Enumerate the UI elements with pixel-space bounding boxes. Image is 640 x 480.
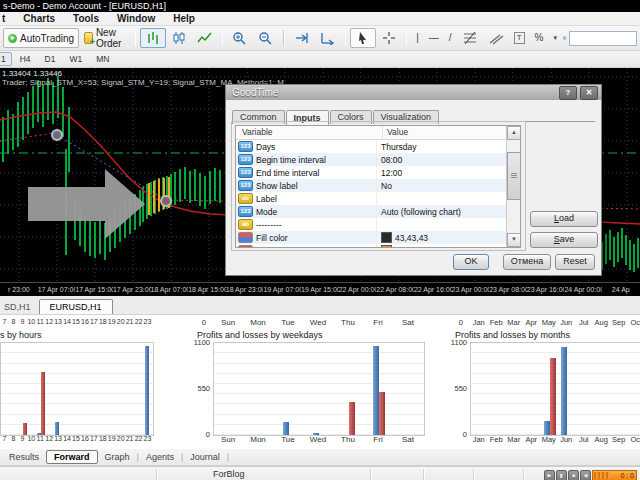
zoom-in-button[interactable] bbox=[227, 28, 253, 48]
playback-stop-button[interactable]: ■ bbox=[568, 470, 579, 480]
load-button[interactable]: Load bbox=[530, 211, 598, 227]
x-axis-label: 15 bbox=[72, 318, 81, 329]
input-name: Show label bbox=[256, 181, 298, 191]
input-value-cell[interactable]: Thursday bbox=[376, 140, 520, 153]
vertical-line-tool-button[interactable]: | bbox=[411, 28, 424, 48]
bar-chart-mode-button[interactable] bbox=[140, 28, 166, 48]
input-row[interactable]: 123Begin time interval08:00 bbox=[236, 153, 520, 166]
chart-tab-eurusd-h1[interactable]: EURUSD,H1 bbox=[39, 299, 113, 314]
x-axis-label: Aug bbox=[593, 435, 611, 447]
timeframe-button-mn[interactable]: MN bbox=[90, 52, 115, 66]
reset-button[interactable]: Reset bbox=[555, 254, 595, 270]
big-right-arrow[interactable] bbox=[28, 169, 145, 239]
input-value-cell[interactable]: 08:00 bbox=[376, 153, 520, 166]
channel-tool-button[interactable] bbox=[483, 28, 509, 48]
menu-item-help[interactable]: Help bbox=[164, 13, 204, 24]
input-row[interactable]: 123Show labelNo bbox=[236, 179, 520, 192]
variable-column-header[interactable]: Variable bbox=[236, 126, 383, 139]
candlestick-mode-button[interactable] bbox=[166, 28, 192, 48]
tester-tab-forward[interactable]: Forward bbox=[46, 450, 98, 464]
line-chart-mode-button[interactable] bbox=[192, 28, 218, 48]
text-tool-button[interactable]: T bbox=[509, 28, 530, 48]
input-row[interactable]: Fill color43,43,43 bbox=[236, 231, 520, 244]
axis-label-row: SunMonTueWedThuFriSat bbox=[213, 435, 423, 447]
input-value-cell[interactable]: No bbox=[376, 179, 520, 192]
shift-end-button[interactable] bbox=[289, 28, 315, 48]
x-axis-label: 19 bbox=[107, 435, 116, 447]
trendline-tool-button[interactable]: / bbox=[444, 28, 457, 48]
x-axis-label: 18 bbox=[98, 318, 107, 329]
fibonacci-tool-button[interactable] bbox=[457, 28, 483, 48]
toolbar-separator bbox=[135, 30, 136, 46]
time-axis[interactable]: r 23:0017 Apr 07:0017 Apr 15:0017 Apr 23… bbox=[0, 282, 640, 296]
input-row[interactable]: 123DaysThursday bbox=[236, 140, 520, 153]
input-value-cell[interactable]: Auto (following chart) bbox=[376, 205, 520, 218]
playback-play-button[interactable]: ▶ bbox=[544, 470, 555, 480]
playback-back-button[interactable]: ◀ bbox=[580, 470, 591, 480]
chart-tab-bar: SD,H1EURUSD,H1 bbox=[0, 296, 640, 315]
string-icon: ab bbox=[238, 193, 253, 204]
tester-tab-results[interactable]: Results bbox=[2, 451, 46, 463]
auto-scroll-button[interactable] bbox=[315, 28, 341, 48]
dialog-close-button[interactable]: ✕ bbox=[580, 86, 598, 100]
crosshair-icon bbox=[381, 31, 397, 45]
new-order-button[interactable]: New Order bbox=[79, 28, 131, 48]
ok-button[interactable]: OK bbox=[453, 254, 489, 270]
save-button[interactable]: Save bbox=[530, 232, 598, 248]
cursor-tool-button[interactable] bbox=[350, 28, 376, 48]
menu-item-charts[interactable]: Charts bbox=[14, 13, 64, 24]
tester-tab-agents[interactable]: Agents bbox=[139, 451, 181, 463]
zoom-out-icon bbox=[258, 31, 274, 45]
dialog-titlebar[interactable]: GoodTime ? ✕ bbox=[226, 85, 601, 100]
axis-label-row: SunMonTueWedThuFriSat bbox=[213, 318, 423, 329]
scroll-up-icon[interactable]: ▲ bbox=[507, 126, 521, 140]
x-axis-label: Sat bbox=[393, 318, 423, 329]
x-axis-label: Aug bbox=[593, 318, 611, 329]
input-row[interactable]: 123End time interval12:00 bbox=[236, 166, 520, 179]
cancel-button[interactable]: Отмена bbox=[503, 254, 551, 270]
inputs-table-scrollbar[interactable]: ▲ ▼ bbox=[506, 126, 520, 247]
tester-tab-graph[interactable]: Graph bbox=[98, 451, 137, 463]
x-axis-label: 23 bbox=[143, 435, 152, 447]
timeframe-button-1[interactable]: 1 bbox=[0, 52, 12, 66]
numeric-icon: 123 bbox=[238, 154, 253, 165]
horizontal-line-tool-button[interactable]: — bbox=[424, 28, 444, 48]
tools-dropdown-button[interactable]: ▾ bbox=[548, 28, 562, 48]
crosshair-tool-button[interactable] bbox=[376, 28, 402, 48]
playback-pause-button[interactable]: ▮ bbox=[556, 470, 567, 480]
chart-tab-sd-h1[interactable]: SD,H1 bbox=[0, 300, 39, 314]
tester-tab-journal[interactable]: Journal bbox=[183, 451, 227, 463]
zoom-out-button[interactable] bbox=[253, 28, 279, 48]
input-row[interactable]: abLabel bbox=[236, 192, 520, 205]
input-value-cell[interactable]: 43,43,43 bbox=[376, 231, 520, 244]
mini-chart-plot bbox=[470, 342, 640, 436]
input-value-cell[interactable] bbox=[376, 192, 520, 205]
value-column-header[interactable]: Value bbox=[383, 126, 520, 139]
speed-meter[interactable]: 0 : 0 bbox=[592, 470, 637, 480]
toolbar-search-input[interactable] bbox=[569, 31, 637, 46]
autotrading-button[interactable]: AutoTrading bbox=[3, 28, 79, 48]
x-axis-label: 14 bbox=[63, 435, 72, 447]
time-axis-label: 23 Apr 16:00 bbox=[527, 283, 565, 296]
input-row[interactable] bbox=[236, 244, 520, 248]
gear-icon[interactable] bbox=[562, 31, 567, 45]
menu-item-tools[interactable]: Tools bbox=[64, 13, 108, 24]
scroll-down-icon[interactable]: ▼ bbox=[507, 233, 521, 247]
timeframe-button-w1[interactable]: W1 bbox=[63, 52, 88, 66]
price-chart[interactable]: 1.33404 1.33446 Trader; Signal_STM_X=53;… bbox=[0, 68, 640, 296]
input-value-cell[interactable] bbox=[376, 244, 520, 248]
menu-item-window[interactable]: Window bbox=[108, 13, 164, 24]
input-row[interactable]: 123ModeAuto (following chart) bbox=[236, 205, 520, 218]
arrows-tool-button[interactable]: % bbox=[530, 28, 549, 48]
dialog-help-button[interactable]: ? bbox=[559, 86, 577, 100]
input-value-cell[interactable] bbox=[376, 218, 520, 231]
input-row[interactable]: ab--------- bbox=[236, 218, 520, 231]
input-value-cell[interactable]: 12:00 bbox=[376, 166, 520, 179]
scrollbar-thumb[interactable] bbox=[507, 152, 521, 200]
menu-item-t[interactable]: t bbox=[0, 13, 14, 24]
timeframe-button-d1[interactable]: D1 bbox=[39, 52, 62, 66]
input-name-cell bbox=[236, 244, 376, 248]
x-axis-label: Wed bbox=[303, 435, 333, 447]
timeframe-button-h4[interactable]: H4 bbox=[14, 52, 37, 66]
fibonacci-icon bbox=[462, 31, 478, 45]
